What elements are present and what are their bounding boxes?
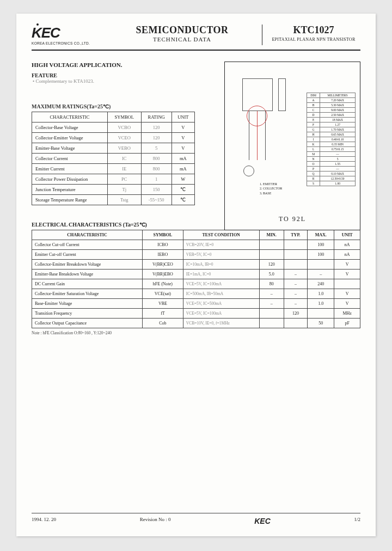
header: KEC KOREA ELECTRONICS CO.,LTD. SEMICONDU… xyxy=(32,25,360,51)
table-header-cell: SYMBOL xyxy=(142,230,183,240)
condition-cell: VCB=20V, IE=0 xyxy=(183,240,259,250)
max-cell: 240 xyxy=(308,279,334,289)
unit-cell: W xyxy=(171,174,194,185)
typ-cell xyxy=(284,240,307,250)
logo-block: KEC KOREA ELECTRONICS CO.,LTD. xyxy=(32,25,108,45)
symbol-cell: hFE (Note) xyxy=(142,279,183,289)
typ-cell: – xyxy=(284,270,307,279)
table-row: A7.20 MAX xyxy=(307,98,356,103)
dim-key: G xyxy=(307,127,320,132)
pin-labels: 1. EMITTER2. COLLECTOR3. BASE xyxy=(260,182,282,195)
unit-cell: V xyxy=(171,143,194,154)
table-row: Collector-Emitter VoltageVCEO120V xyxy=(32,133,195,143)
dim-val: 12.50±0.50 xyxy=(320,176,356,181)
package-diagram: 1. EMITTER2. COLLECTOR3. BASE DIMMILLIME… xyxy=(224,62,360,230)
symbol-cell: Tj xyxy=(107,185,141,195)
table-row: P— xyxy=(307,167,356,172)
typ-cell: 120 xyxy=(284,309,307,319)
symbol-cell: IEBO xyxy=(142,250,183,260)
unit-cell: nA xyxy=(334,240,360,250)
pin-label: 3. BASE xyxy=(260,191,282,195)
dim-key: P xyxy=(307,167,320,172)
table-row: K0.35 MIN xyxy=(307,142,356,147)
table-header-cell: TYP. xyxy=(284,230,307,240)
logo-dot-icon xyxy=(36,23,39,26)
char-cell: Collector Power Dissipation xyxy=(32,174,108,185)
typ-cell: – xyxy=(284,299,307,309)
part-description: EPITAXIAL PLANAR NPN TRANSISTOR xyxy=(267,37,360,42)
typ-cell xyxy=(284,250,307,260)
unit-cell: ℃ xyxy=(171,185,194,195)
dim-key: A xyxy=(307,98,320,103)
table-row: Emitter Cut-off CurrentIEBOVEB=5V, IC=01… xyxy=(32,250,360,260)
dim-key: L xyxy=(307,147,320,152)
char-cell: Transition Frequency xyxy=(32,309,143,319)
table-row: Collector CurrentIC800mA xyxy=(32,154,195,164)
elec-note: Note : hFE Classification O:80~160 , Y:1… xyxy=(32,330,360,335)
rating-cell: 120 xyxy=(141,133,171,143)
symbol-cell: VBE xyxy=(142,299,183,309)
condition-cell: VCB=10V, IE=0, f=1MHz xyxy=(183,319,259,328)
char-cell: Emitter Current xyxy=(32,164,108,174)
dim-val: 1.70 MAX xyxy=(320,127,356,132)
unit-cell: mA xyxy=(171,164,194,174)
char-cell: Collector Current xyxy=(32,154,108,164)
dim-val: 7.20 MAX xyxy=(320,98,356,103)
table-row: N5 xyxy=(307,157,356,162)
table-header-cell: UNIT xyxy=(334,230,360,240)
dim-val: 5 xyxy=(320,157,356,162)
table-header-cell: MIN. xyxy=(259,230,284,240)
title-block: SEMICONDUCTOR TECHNICAL DATA xyxy=(108,25,262,45)
min-cell: – xyxy=(259,299,284,309)
dim-key: F xyxy=(307,123,320,127)
symbol-cell: VCBO xyxy=(107,123,141,133)
table-header-cell: CHARACTERISTIC xyxy=(32,230,143,240)
table-row: F1.27 xyxy=(307,123,356,127)
rating-cell: 800 xyxy=(141,154,171,164)
table-header-cell: TEST CONDITION xyxy=(183,230,259,240)
dim-key: S xyxy=(307,181,320,186)
detail-circle-icon xyxy=(247,106,267,126)
symbol-cell: Tstg xyxy=(107,195,141,205)
dim-key: K xyxy=(307,142,320,147)
table-row: Collector Cut-off CurrentICBOVCB=20V, IE… xyxy=(32,240,360,250)
char-cell: Collector Cut-off Current xyxy=(32,240,143,250)
unit-cell: ℃ xyxy=(171,195,194,205)
unit-cell: V xyxy=(334,289,360,299)
table-row: L0.75±0.15 xyxy=(307,147,356,152)
dim-val: 1.27 xyxy=(320,123,356,127)
unit-cell: V xyxy=(334,270,360,279)
table-row: Collector-Emitter Breakdown VoltageV(BR)… xyxy=(32,260,360,270)
table-row: B5.30 MAX xyxy=(307,103,356,108)
ratings-table: CHARACTERISTICSYMBOLRATINGUNIT Collector… xyxy=(32,112,195,205)
min-cell xyxy=(259,319,284,328)
table-header-cell: RATING xyxy=(141,112,171,123)
symbol-cell: V(BR)EBO xyxy=(142,270,183,279)
table-header-row: CHARACTERISTICSYMBOLTEST CONDITIONMIN.TY… xyxy=(32,230,360,240)
rating-cell: 1 xyxy=(141,174,171,185)
rating-cell: -55~150 xyxy=(141,195,171,205)
min-cell: – xyxy=(259,289,284,299)
table-row: I0.40±0.10 xyxy=(307,137,356,142)
max-cell xyxy=(308,260,334,270)
unit-cell: V xyxy=(171,123,194,133)
footer-logo: KEC xyxy=(254,517,271,525)
company-name: KOREA ELECTRONICS CO.,LTD. xyxy=(32,41,108,45)
dim-val: 0.65 MAX xyxy=(320,132,356,137)
symbol-cell: IE xyxy=(107,164,141,174)
char-cell: Base-Emitter Voltage xyxy=(32,299,143,309)
symbol-cell: fT xyxy=(142,309,183,319)
unit-cell xyxy=(334,279,360,289)
condition-cell: VCE=5V, IC=500mA xyxy=(183,299,259,309)
table-row: H0.65 MAX xyxy=(307,132,356,137)
min-cell xyxy=(259,309,284,319)
typ-cell xyxy=(284,319,307,328)
dim-key: N xyxy=(307,157,320,162)
char-cell: Emitter-Base Breakdown Voltage xyxy=(32,270,143,279)
table-row: Collector-Base VoltageVCBO120V xyxy=(32,123,195,133)
table-row: Transition FrequencyfTVCE=5V, IC=100mA12… xyxy=(32,309,360,319)
symbol-cell: VCEO xyxy=(107,133,141,143)
dim-key: D xyxy=(307,113,320,118)
max-cell xyxy=(308,309,334,319)
rating-cell: 120 xyxy=(141,123,171,133)
